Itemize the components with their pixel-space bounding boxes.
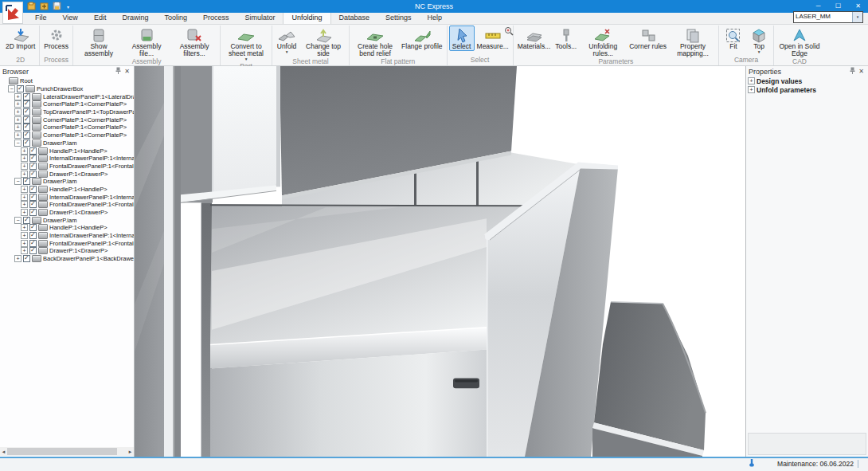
tree-item-label[interactable]: DrawerP.iam [43, 178, 76, 185]
visibility-checkbox[interactable] [17, 85, 24, 92]
tree-item-label[interactable]: HandleP:1<HandleP> [49, 186, 108, 193]
visibility-checkbox[interactable] [23, 131, 30, 139]
visibility-checkbox[interactable] [23, 100, 30, 108]
3d-viewport[interactable] [135, 66, 745, 457]
expand-icon[interactable]: + [21, 232, 28, 239]
2d-import-button[interactable]: 2D Import [3, 26, 37, 50]
tree-item-label[interactable]: Unfold parameters [757, 86, 816, 94]
tree-item[interactable]: +TopDrawerPanelP:1<TopDrawerPanelP> [0, 108, 134, 116]
expand-icon[interactable]: + [21, 209, 28, 216]
tree-item[interactable]: +InternalDrawerPanelP:1<InternalDrawerPa… [0, 155, 134, 163]
expand-icon[interactable]: + [21, 247, 28, 254]
tree-item-label[interactable]: DrawerP.iam [43, 139, 76, 147]
visibility-checkbox[interactable] [29, 186, 37, 193]
tree-item-label[interactable]: FrontalDrawerPanelP:1<FrontalDrawerPanel… [49, 201, 134, 208]
scrollbar-thumb[interactable] [7, 448, 117, 455]
tab-database[interactable]: Database [331, 13, 378, 24]
top-view-button[interactable]: Top ▾ [746, 26, 772, 55]
tree-item-label[interactable]: Design values [757, 77, 802, 85]
expand-icon[interactable]: + [21, 171, 28, 178]
tab-file[interactable]: File [27, 13, 55, 24]
tab-process[interactable]: Process [195, 13, 237, 24]
show-assembly-button[interactable]: Show assembly [75, 26, 123, 57]
expand-icon[interactable]: + [21, 194, 28, 201]
visibility-checkbox[interactable] [29, 247, 37, 254]
visibility-checkbox[interactable] [29, 163, 37, 170]
tree-item[interactable]: −PunchDrawerBox [0, 85, 134, 93]
tree-item-label[interactable]: FrontalDrawerPanelP:1<FrontalDrawerPanel… [49, 163, 134, 170]
flange-profile-button[interactable]: Flange profile [399, 26, 445, 50]
close-panel-icon[interactable]: ✕ [123, 68, 131, 75]
tree-item-label[interactable]: HandleP:1<HandleP> [49, 147, 108, 155]
scroll-left-icon[interactable]: ◄ [0, 449, 7, 454]
tree-item[interactable]: −DrawerP.iam [0, 139, 134, 147]
tree-item-label[interactable]: HandleP:1<HandleP> [49, 224, 108, 231]
assembly-file-button[interactable]: Assembly file... [123, 26, 170, 57]
quick-add-icon[interactable] [40, 2, 49, 12]
visibility-checkbox[interactable] [23, 108, 30, 116]
visibility-checkbox[interactable] [29, 224, 37, 231]
tree-item[interactable]: +FrontalDrawerPanelP:1<FrontalDrawerPane… [0, 163, 134, 171]
expand-icon[interactable]: + [748, 77, 755, 84]
tree-item-label[interactable]: FrontalDrawerPanelP:1<FrontalDrawerPanel… [49, 240, 134, 247]
tree-item[interactable]: +DrawerP:1<DrawerP> [0, 247, 134, 255]
tree-item[interactable]: +CornerPlateP:1<CornerPlateP> [0, 100, 134, 108]
tree-item[interactable]: +Unfold parameters [746, 85, 868, 94]
collapse-icon[interactable]: − [8, 85, 15, 92]
tree-item[interactable]: +HandleP:1<HandleP> [0, 147, 134, 155]
tree-item-label[interactable]: InternalDrawerPanelP:1<InternalDrawerPan… [49, 194, 134, 201]
process-button[interactable]: Process [41, 26, 71, 50]
tree-item-label[interactable]: DrawerP:1<DrawerP> [49, 209, 108, 216]
collapse-icon[interactable]: − [14, 178, 22, 185]
tree-item-label[interactable]: TopDrawerPanelP:1<TopDrawerPanelP> [43, 108, 134, 116]
expand-icon[interactable]: + [21, 163, 28, 170]
quick-open-icon[interactable] [27, 2, 36, 12]
tab-drawing[interactable]: Drawing [114, 13, 156, 24]
expand-icon[interactable]: + [21, 201, 28, 208]
tree-item[interactable]: +FrontalDrawerPanelP:1<FrontalDrawerPane… [0, 201, 134, 209]
expand-icon[interactable]: + [14, 116, 22, 124]
app-logo-icon[interactable] [2, 2, 23, 24]
expand-icon[interactable]: + [14, 93, 22, 100]
visibility-checkbox[interactable] [29, 232, 37, 239]
visibility-checkbox[interactable] [29, 194, 37, 201]
expand-icon[interactable]: + [21, 224, 28, 231]
tab-edit[interactable]: Edit [86, 13, 115, 24]
tree-item[interactable]: +HandleP:1<HandleP> [0, 186, 134, 194]
visibility-checkbox[interactable] [29, 240, 37, 247]
visibility-checkbox[interactable] [23, 178, 30, 185]
tree-item-label[interactable]: InternalDrawerPanelP:1<InternalDrawerPan… [49, 232, 134, 239]
tree-item-label[interactable]: DrawerP.iam [43, 217, 76, 224]
visibility-checkbox[interactable] [23, 116, 30, 124]
tree-item-label[interactable]: DrawerP:1<DrawerP> [49, 171, 108, 178]
tab-settings[interactable]: Settings [377, 13, 420, 24]
pin-icon[interactable] [848, 67, 857, 76]
tab-simulator[interactable]: Simulator [237, 13, 283, 24]
close-panel-icon[interactable]: ✕ [857, 68, 866, 75]
expand-icon[interactable]: + [21, 147, 28, 155]
tree-item-label[interactable]: LateralDrawerPanelP:1<LateralDrawerPanel… [43, 93, 134, 100]
tab-help[interactable]: Help [420, 13, 451, 24]
expand-icon[interactable]: + [748, 86, 755, 93]
scroll-right-icon[interactable]: ► [127, 449, 134, 454]
tree-item[interactable]: −DrawerP.iam [0, 216, 134, 224]
tab-unfolding[interactable]: Unfolding [283, 13, 330, 24]
tree-item[interactable]: +DrawerP:1<DrawerP> [0, 170, 134, 178]
tree-item-label[interactable]: CornerPlateP:1<CornerPlateP> [43, 100, 127, 108]
collapse-icon[interactable]: − [14, 217, 22, 224]
visibility-checkbox[interactable] [29, 155, 37, 162]
tree-item[interactable]: +InternalDrawerPanelP:1<InternalDrawerPa… [0, 232, 134, 240]
tree-item[interactable]: +Design values [746, 77, 868, 85]
tree-item-label[interactable]: BackDrawerPanelP:1<BackDrawerPanelP> [43, 255, 134, 262]
expand-icon[interactable]: + [14, 255, 22, 262]
tools-button[interactable]: Tools... [553, 26, 579, 50]
tree-item[interactable]: +DrawerP:1<DrawerP> [0, 209, 134, 217]
tree-item[interactable]: −DrawerP.iam [0, 178, 134, 186]
zoom-window-icon[interactable] [504, 26, 514, 37]
expand-icon[interactable]: + [21, 240, 28, 247]
tree-item-label[interactable]: InternalDrawerPanelP:1<InternalDrawerPan… [49, 155, 134, 162]
fit-button[interactable]: Fit [721, 26, 746, 50]
expand-icon[interactable]: + [14, 131, 22, 139]
visibility-checkbox[interactable] [23, 93, 30, 100]
tree-item-label[interactable]: DrawerP:1<DrawerP> [49, 247, 108, 254]
